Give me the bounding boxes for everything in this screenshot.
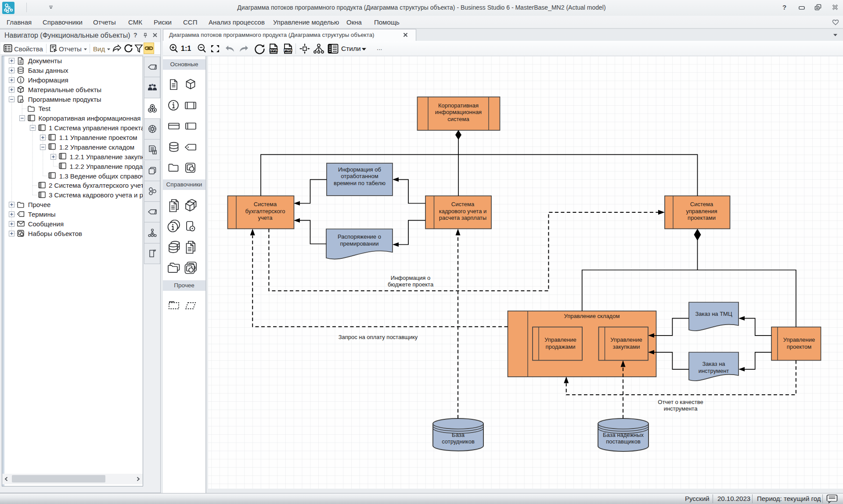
svg-text:Информация оботработанномвреме: Информация оботработанномвремени по табе… (334, 166, 385, 186)
svg-text:SVG: SVG (270, 48, 277, 52)
svg-text:Заказ наинструмент: Заказ наинструмент (699, 361, 729, 374)
svg-text:Управлениепроектом: Управлениепроектом (783, 336, 815, 350)
svg-text:Запрос на оплату поставщику: Запрос на оплату поставщику (339, 334, 418, 340)
svg-text:Отчет о качествеинструмента: Отчет о качествеинструмента (658, 399, 703, 412)
svg-text:Заказ на ТМЦ: Заказ на ТМЦ (695, 311, 732, 317)
svg-text:Управлениезакупками: Управлениезакупками (610, 336, 642, 350)
svg-text:Управление складом: Управление складом (564, 313, 620, 319)
svg-text:Распоряжение опремировании: Распоряжение опремировании (338, 233, 381, 247)
svg-text:Информация обюджете проекта: Информация обюджете проекта (388, 275, 434, 288)
svg-text:Системауправленияпроектами: Системауправленияпроектами (686, 201, 717, 221)
svg-text:База надежныхпоставщиков: База надежныхпоставщиков (603, 432, 644, 445)
svg-text:Управлениепродажами: Управлениепродажами (544, 336, 576, 350)
svg-text:PNG: PNG (284, 48, 292, 52)
